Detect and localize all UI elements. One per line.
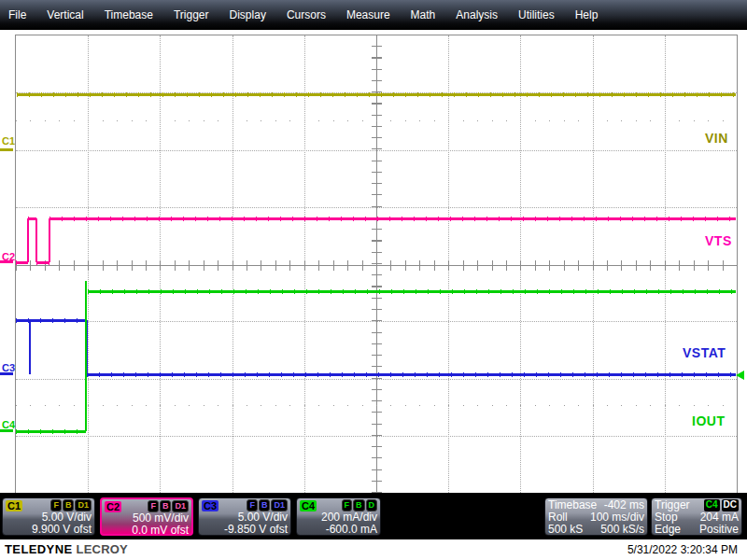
c4-descriptor-box[interactable]: C4 F B D 200 mA/div -600.0 mA <box>296 497 381 536</box>
c1-offset: 9.900 V ofst <box>6 524 92 536</box>
timebase-box[interactable]: Timebase -402 ms Roll 100 ms/div 500 kS … <box>544 497 648 536</box>
c3-trace <box>16 318 87 323</box>
menu-math[interactable]: Math <box>411 8 436 21</box>
menu-utilities[interactable]: Utilities <box>518 8 555 21</box>
footer: TELEDYNELECROY 5/31/2022 3:20:34 PM <box>0 539 747 560</box>
teledyne-lecroy-logo: TELEDYNELECROY <box>5 542 128 556</box>
c4-offset: -600.0 mA <box>300 524 377 536</box>
menu-vertical[interactable]: Vertical <box>47 8 83 21</box>
c3-offset: -9.850 V ofst <box>202 524 288 536</box>
c2-offset: 0.0 mV ofst <box>105 525 189 537</box>
c4-zero-marker[interactable] <box>0 429 13 432</box>
menu-measure[interactable]: Measure <box>346 8 390 21</box>
datetime: 5/31/2022 3:20:34 PM <box>627 543 738 556</box>
minor-tick-row <box>16 120 737 121</box>
c2-trace <box>49 218 50 262</box>
menu-timebase[interactable]: Timebase <box>105 8 153 21</box>
c1-zero-marker[interactable] <box>0 148 13 151</box>
c3-trace <box>87 372 736 377</box>
c3-badge: C3 <box>202 500 218 511</box>
c3-descriptor-box[interactable]: C3 F B D1 5.00 V/div -9.850 V ofst <box>198 497 291 536</box>
c1-trace-label: VIN <box>705 131 728 146</box>
menu-file[interactable]: File <box>8 8 26 21</box>
y-axis-line <box>376 35 377 493</box>
c3-trace-label: VSTAT <box>683 345 726 360</box>
menu-help[interactable]: Help <box>575 8 599 21</box>
c2-trace <box>36 260 49 265</box>
minor-tick-row <box>16 405 737 406</box>
c2-badge: C2 <box>105 501 121 512</box>
menu-analysis[interactable]: Analysis <box>456 8 498 21</box>
trigger-type: Edge <box>655 524 681 536</box>
c2-trace <box>49 217 736 221</box>
c3-trace <box>29 320 31 374</box>
waveform-area: C1 C2 C3 C4 VIN VTS VSTAT IOUT <box>0 30 747 493</box>
oscilloscope-screen: File Vertical Timebase Trigger Display C… <box>0 0 747 560</box>
menu-display[interactable]: Display <box>230 8 266 21</box>
menu-cursors[interactable]: Cursors <box>287 8 326 21</box>
c3-zero-marker[interactable] <box>0 372 13 375</box>
c4-trace <box>88 289 736 294</box>
status-bar: C1 F B D1 5.00 V/div 9.900 V ofst C2 F B… <box>0 493 747 539</box>
c2-trace <box>27 218 29 262</box>
c1-descriptor-box[interactable]: C1 F B D1 5.00 V/div 9.900 V ofst <box>2 497 95 536</box>
graticule <box>15 35 738 494</box>
c1-axis-label[interactable]: C1 <box>2 135 15 147</box>
c2-zero-marker[interactable] <box>0 260 13 263</box>
c2-trace <box>35 218 37 262</box>
c1-trace <box>17 92 736 97</box>
timebase-samples: 500 kS <box>548 524 583 536</box>
trigger-level-marker[interactable] <box>736 371 744 380</box>
trigger-box[interactable]: Trigger C4 DC Stop 204 mA Edge Positive <box>651 497 742 536</box>
c4-trace <box>85 281 87 431</box>
menu-trigger[interactable]: Trigger <box>174 8 209 21</box>
c1-badge: C1 <box>6 500 22 511</box>
c2-descriptor-box[interactable]: C2 F B D1 500 mV/div 0.0 mV ofst <box>100 497 193 536</box>
c2-trace-label: VTS <box>705 233 732 248</box>
menu-bar: File Vertical Timebase Trigger Display C… <box>0 0 747 30</box>
c4-trace <box>16 429 86 434</box>
c4-trace-label: IOUT <box>692 413 725 428</box>
trigger-slope: Positive <box>699 524 739 536</box>
c4-badge: C4 <box>300 500 317 511</box>
timebase-rate: 500 kS/s <box>600 524 644 536</box>
